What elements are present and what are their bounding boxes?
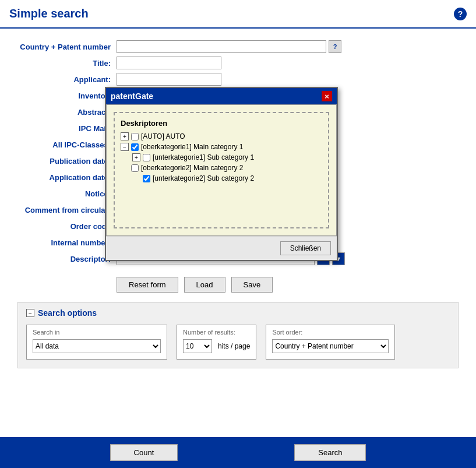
search-options-header: − Search options <box>26 308 450 318</box>
hits-per-page-label: hits / page <box>218 342 250 350</box>
country-patent-field-group: ? <box>117 40 341 53</box>
tree-label-auto: [AUTO] AUTO <box>141 132 185 140</box>
main-content: Country + Patent number ? Title: Applica… <box>0 29 476 392</box>
tree-checkbox-oberkategorie2[interactable] <box>131 164 139 172</box>
title-label: Title: <box>17 59 117 68</box>
save-button[interactable]: Save <box>231 277 273 293</box>
tree-checkbox-oberkategorie1[interactable] <box>131 143 139 151</box>
descriptor-label: Descriptor: <box>17 255 117 263</box>
tree-label-oberkategorie1: [oberkategorie1] Main category 1 <box>141 143 243 151</box>
country-patent-label: Country + Patent number <box>17 43 117 51</box>
country-patent-row: Country + Patent number ? <box>17 40 459 53</box>
hits-row: 10 25 50 100 hits / page <box>183 339 250 353</box>
modal-close-button[interactable]: × <box>322 91 332 101</box>
options-grid: Search in All data Title Abstract Claims… <box>26 325 450 360</box>
sort-order-label: Sort order: <box>272 329 389 336</box>
app-date-label: Application date: <box>17 173 117 182</box>
load-button[interactable]: Load <box>184 277 225 293</box>
tree-container: Deskriptoren + [AUTO] AUTO − [oberkatego… <box>114 112 329 228</box>
sort-order-select[interactable]: Country + Patent number Publication date… <box>272 339 389 353</box>
applicant-label: Applicant: <box>17 75 117 84</box>
help-icon[interactable]: ? <box>454 8 467 20</box>
abstract-label: Abstract: <box>17 108 117 117</box>
tree-item-oberkategorie1: − [oberkategorie1] Main category 1 <box>121 143 322 151</box>
applicant-row: Applicant: <box>17 73 459 86</box>
page-title: Simple search <box>9 7 89 20</box>
tree-label-unterkategorie2: [unterkategorie2] Sub category 2 <box>153 174 254 182</box>
tree-item-unterkategorie1: + [unterkategorie1] Sub category 1 <box>132 153 322 161</box>
tree-checkbox-auto[interactable] <box>131 133 139 140</box>
order-code-label: Order code <box>17 222 117 231</box>
sort-order-group: Sort order: Country + Patent number Publ… <box>266 325 395 360</box>
modal-overlay: patentGate × Deskriptoren + [AUTO] AUTO … <box>105 87 338 261</box>
search-options-section: − Search options Search in All data Titl… <box>17 302 459 368</box>
number-of-results-label: Number of results: <box>183 329 250 336</box>
notice-label: Notice: <box>17 189 117 198</box>
tree-label-unterkategorie1: [unterkategorie1] Sub category 1 <box>153 153 254 161</box>
applicant-input[interactable] <box>117 73 221 86</box>
inventor-label: Inventor: <box>17 92 117 100</box>
tree-children-oberkategorie2: [unterkategorie2] Sub category 2 <box>132 174 322 182</box>
internal-number-label: Internal number: <box>17 238 117 247</box>
search-in-select[interactable]: All data Title Abstract Claims <box>33 339 161 353</box>
pub-date-label: Publication date: <box>17 157 117 166</box>
modal-footer: Schließen <box>106 236 337 260</box>
comment-label: Comment from circular: <box>17 206 117 214</box>
title-input[interactable] <box>117 57 221 69</box>
ipc-main-label: IPC Main <box>17 124 117 133</box>
reset-form-button[interactable]: Reset form <box>117 277 178 293</box>
tree-item-unterkategorie2: [unterkategorie2] Sub category 2 <box>132 174 322 182</box>
country-patent-input[interactable] <box>117 40 326 53</box>
number-of-results-group: Number of results: 10 25 50 100 hits / p… <box>177 325 256 360</box>
search-in-label: Search in <box>33 329 161 336</box>
action-buttons: Reset form Load Save <box>117 277 459 293</box>
tree-item-oberkategorie2: [oberkategorie2] Main category 2 <box>121 164 322 172</box>
modal-window: patentGate × Deskriptoren + [AUTO] AUTO … <box>105 87 338 261</box>
page-header: Simple search ? <box>0 0 476 29</box>
modal-section-title: Deskriptoren <box>121 119 322 128</box>
title-row: Title: <box>17 57 459 69</box>
tree-expand-unterkategorie1[interactable]: + <box>132 153 140 161</box>
collapse-icon[interactable]: − <box>26 309 34 317</box>
search-in-group: Search in All data Title Abstract Claims <box>26 325 167 360</box>
hits-select[interactable]: 10 25 50 100 <box>183 339 212 353</box>
all-ipc-label: All IPC-Classes: <box>17 140 117 149</box>
modal-titlebar: patentGate × <box>106 88 337 104</box>
search-options-title: Search options <box>38 308 97 318</box>
tree-children-oberkategorie1: + [unterkategorie1] Sub category 1 <box>132 153 322 161</box>
schliessen-button[interactable]: Schließen <box>280 241 331 255</box>
tree-checkbox-unterkategorie2[interactable] <box>143 175 150 182</box>
country-patent-help-btn[interactable]: ? <box>329 40 341 53</box>
modal-body: Deskriptoren + [AUTO] AUTO − [oberkatego… <box>106 104 337 236</box>
modal-title: patentGate <box>111 92 153 101</box>
tree-expand-oberkategorie1[interactable]: − <box>121 143 129 151</box>
tree-expand-auto[interactable]: + <box>121 132 129 140</box>
tree-checkbox-unterkategorie1[interactable] <box>143 154 150 161</box>
tree-label-oberkategorie2: [oberkategorie2] Main category 2 <box>141 164 243 172</box>
tree-item-auto: + [AUTO] AUTO <box>121 132 322 140</box>
